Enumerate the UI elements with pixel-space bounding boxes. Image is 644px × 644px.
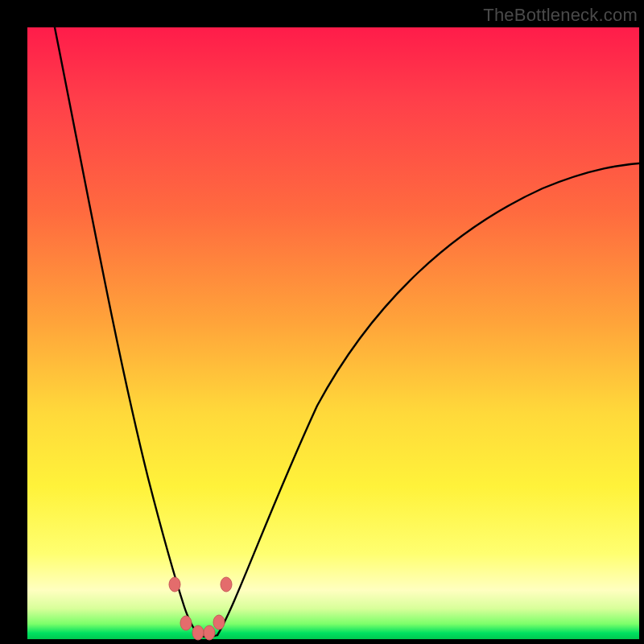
chart-svg (27, 27, 639, 639)
marker-dot (204, 625, 215, 640)
markers (169, 577, 232, 640)
plot-area (27, 27, 639, 639)
outer-frame: TheBottleneck.com (0, 0, 644, 644)
right-curve (217, 163, 644, 635)
marker-dot (213, 615, 225, 630)
left-curve (52, 11, 200, 635)
marker-dot (192, 625, 204, 640)
marker-dot (180, 616, 192, 630)
watermark-text: TheBottleneck.com (483, 5, 638, 26)
marker-dot (221, 577, 232, 592)
marker-dot (169, 577, 180, 592)
